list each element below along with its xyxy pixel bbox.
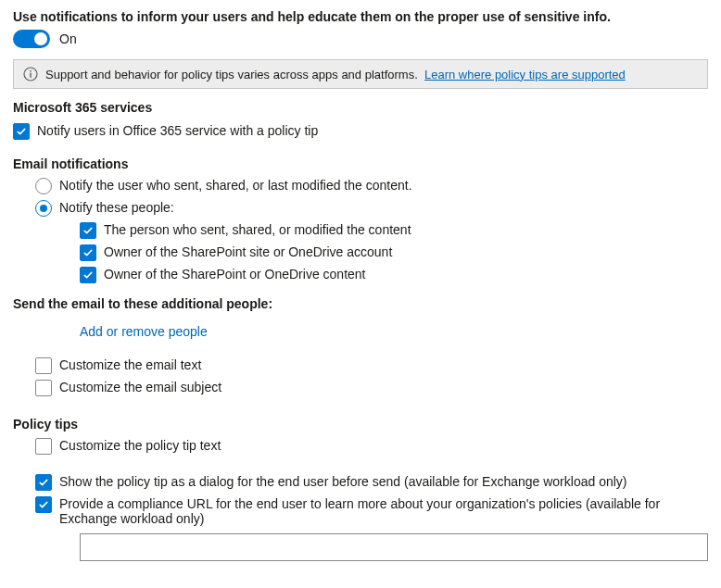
cb-customize-subject-row: Customize the email subject — [35, 379, 708, 396]
notifications-toggle[interactable] — [13, 30, 50, 48]
cb-owner-content-row: Owner of the SharePoint or OneDrive cont… — [80, 266, 708, 283]
info-icon — [23, 67, 38, 81]
cb-customize-subject[interactable] — [35, 380, 52, 396]
add-remove-people-link[interactable]: Add or remove people — [80, 324, 208, 339]
info-bar-link[interactable]: Learn where policy tips are supported — [424, 68, 626, 81]
cb-owner-content[interactable] — [80, 267, 96, 283]
radio-notify-people-row: Notify these people: — [35, 199, 708, 217]
notifications-toggle-row: On — [13, 30, 708, 48]
email-notifications-heading: Email notifications — [13, 156, 708, 171]
cb-tip-dialog[interactable] — [35, 474, 52, 491]
cb-owner-content-label: Owner of the SharePoint or OneDrive cont… — [104, 266, 708, 281]
cb-owner-site[interactable] — [80, 244, 96, 261]
cb-person[interactable] — [80, 222, 96, 239]
info-bar-message: Support and behavior for policy tips var… — [45, 68, 418, 81]
cb-compliance-url[interactable] — [35, 496, 52, 513]
svg-point-1 — [30, 70, 32, 72]
radio-notify-people[interactable] — [35, 200, 52, 217]
notify-users-label: Notify users in Office 365 service with … — [37, 122, 708, 138]
cb-customize-subject-label: Customize the email subject — [59, 379, 708, 394]
cb-customize-text[interactable] — [35, 357, 52, 374]
m365-heading: Microsoft 365 services — [13, 100, 708, 115]
cb-customize-text-label: Customize the email text — [59, 357, 708, 372]
page-description: Use notifications to inform your users a… — [13, 9, 708, 24]
cb-customize-tip-text-row: Customize the policy tip text — [35, 437, 708, 455]
notify-users-checkbox[interactable] — [13, 123, 30, 140]
additional-people-heading: Send the email to these additional peopl… — [13, 296, 708, 311]
cb-tip-dialog-label: Show the policy tip as a dialog for the … — [59, 473, 708, 489]
toggle-knob — [34, 32, 47, 45]
radio-notify-sender[interactable] — [35, 178, 52, 194]
radio-notify-sender-row: Notify the user who sent, shared, or las… — [35, 177, 708, 194]
notify-users-row: Notify users in Office 365 service with … — [13, 122, 708, 140]
cb-tip-dialog-row: Show the policy tip as a dialog for the … — [35, 473, 708, 491]
cb-person-row: The person who sent, shared, or modified… — [80, 221, 708, 239]
cb-compliance-url-row: Provide a compliance URL for the end use… — [35, 495, 708, 526]
info-bar: Support and behavior for policy tips var… — [13, 59, 708, 89]
svg-rect-2 — [30, 73, 31, 78]
cb-customize-text-row: Customize the email text — [35, 357, 708, 374]
radio-notify-people-label: Notify these people: — [59, 199, 708, 215]
cb-customize-tip-text[interactable] — [35, 438, 52, 455]
cb-owner-site-label: Owner of the SharePoint site or OneDrive… — [104, 244, 708, 259]
cb-person-label: The person who sent, shared, or modified… — [104, 221, 708, 237]
info-bar-text: Support and behavior for policy tips var… — [45, 68, 626, 81]
radio-notify-sender-label: Notify the user who sent, shared, or las… — [59, 177, 708, 193]
policy-tips-heading: Policy tips — [13, 417, 708, 432]
compliance-url-input[interactable] — [80, 533, 708, 561]
cb-customize-tip-text-label: Customize the policy tip text — [59, 437, 708, 453]
cb-owner-site-row: Owner of the SharePoint site or OneDrive… — [80, 244, 708, 261]
cb-compliance-url-label: Provide a compliance URL for the end use… — [59, 495, 708, 526]
toggle-state-label: On — [59, 31, 77, 46]
